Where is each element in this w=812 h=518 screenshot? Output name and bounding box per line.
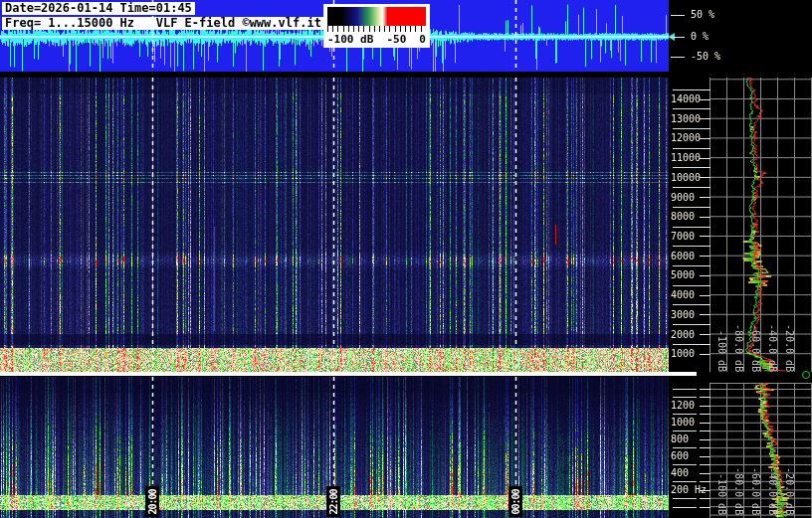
tick-stub xyxy=(700,285,710,286)
tick-minor-line xyxy=(673,246,701,247)
freq-tick-label: 12000 xyxy=(671,133,701,143)
tick-minor-line xyxy=(673,128,701,129)
tick-major-line xyxy=(702,354,710,355)
colorbar-gradient xyxy=(327,7,426,26)
header-date-time: Date=2026-01-14 Time=01:45 xyxy=(2,2,195,15)
tick-minor-line xyxy=(673,324,701,325)
tick-minor-line xyxy=(673,431,697,432)
tick-stub xyxy=(700,447,710,448)
db-label: -20.0 dB xyxy=(783,467,795,515)
freq-tick-label: 800 xyxy=(671,434,689,444)
freq-tick-label: 1200 xyxy=(671,401,695,411)
percent-tick xyxy=(671,37,685,38)
tick-stub xyxy=(700,265,710,266)
tick-minor-line xyxy=(673,148,701,149)
percent-label: 50 % xyxy=(691,10,714,20)
tick-major-line xyxy=(702,118,710,119)
colorbar-ticks xyxy=(327,26,426,32)
freq-tick-label: 400 xyxy=(671,468,689,478)
freq-tick-label: 7000 xyxy=(671,232,695,242)
tick-major-line xyxy=(702,456,710,457)
time-label-text: 00:00 xyxy=(510,489,521,514)
tick-minor-line xyxy=(673,227,701,228)
db-label: -40.0 dB xyxy=(766,324,778,372)
tick-major-line xyxy=(702,158,710,159)
tick-major-line xyxy=(702,334,710,335)
percent-tick xyxy=(671,15,685,16)
tick-stub xyxy=(700,498,710,499)
tick-major-line xyxy=(702,197,710,198)
freq-tick-label: 1000 xyxy=(671,418,695,428)
tick-minor-line xyxy=(673,265,701,266)
tick-major-line xyxy=(702,439,710,440)
tick-major-line xyxy=(702,236,710,237)
tick-major-line xyxy=(702,423,710,424)
tick-stub xyxy=(700,246,710,247)
tick-major-line xyxy=(702,406,710,407)
tick-stub xyxy=(700,128,710,129)
vlf-spectrogram-app: Date=2026-01-14 Time=01:45 Freq= 1...150… xyxy=(0,0,812,518)
tick-major-line xyxy=(702,275,710,276)
tick-major-line xyxy=(702,217,710,218)
freq-tick-label: 3000 xyxy=(671,310,695,320)
freq-tick-label: 1000 xyxy=(671,349,695,359)
freq-tick-label: 5000 xyxy=(671,270,695,280)
tick-stub xyxy=(700,507,710,508)
freq-tick-label: 4000 xyxy=(671,290,695,300)
tick-stub xyxy=(700,89,710,90)
colorbar-label-min: -100 dB xyxy=(327,33,373,46)
header-freq-range: Freq= 1...15000 Hz VLF E-field ©www.vlf.… xyxy=(2,17,324,30)
db-label: -80.0 dB xyxy=(732,324,744,372)
tick-stub xyxy=(700,389,710,390)
freq-tick-label: 10000 xyxy=(671,173,701,183)
tick-minor-line xyxy=(673,414,697,415)
tick-stub xyxy=(700,148,710,149)
freq-tick-label: 8000 xyxy=(671,212,695,222)
cursor-marker-icon xyxy=(802,371,810,379)
freq-tick-label: 2000 xyxy=(671,330,695,340)
tick-minor-line xyxy=(673,167,701,168)
tick-minor-line xyxy=(673,89,701,90)
db-label: -100 dB xyxy=(715,467,727,515)
freq-tick-label: 600 xyxy=(671,451,689,461)
tick-minor-line xyxy=(673,447,697,448)
tick-stub xyxy=(700,108,710,109)
tick-minor-line xyxy=(673,187,701,188)
time-label: 00:00 xyxy=(508,486,522,517)
db-label: -20.0 dB xyxy=(783,324,795,372)
percent-label: -50 % xyxy=(691,52,720,62)
percent-label: 0 % xyxy=(691,32,709,42)
freq-tick-label: 11000 xyxy=(671,153,701,163)
colorbar-label-mid: -50 xyxy=(386,33,406,46)
time-label-text: 22:00 xyxy=(328,489,339,514)
tick-major-line xyxy=(702,256,710,257)
tick-major-line xyxy=(702,473,710,474)
tick-stub xyxy=(700,464,710,465)
colorbar-labels: -100 dB -50 0 xyxy=(327,33,426,46)
tick-stub xyxy=(700,414,710,415)
db-label: -80.0 dB xyxy=(732,467,744,515)
tick-major-line xyxy=(702,314,710,315)
tick-stub xyxy=(700,431,710,432)
tick-stub xyxy=(700,344,710,345)
tick-major-line xyxy=(702,490,710,491)
freq-tick-label: 13000 xyxy=(671,114,701,124)
tick-minor-line xyxy=(673,344,701,345)
time-label: 22:00 xyxy=(326,486,340,517)
tick-major-line xyxy=(702,177,710,178)
tick-minor-line xyxy=(673,481,697,482)
separator-bar xyxy=(0,372,697,376)
freq-tick-label: 9000 xyxy=(671,193,695,203)
tick-stub xyxy=(700,227,710,228)
spectrogram-main xyxy=(0,78,669,372)
tick-minor-line xyxy=(673,108,701,109)
tick-stub xyxy=(700,167,710,168)
freq-tick-label: 14000 xyxy=(671,94,701,104)
tick-minor-line xyxy=(673,389,697,390)
db-label: -60.0 dB xyxy=(749,324,761,372)
tick-stub xyxy=(700,324,710,325)
db-label: -40.0 dB xyxy=(766,467,778,515)
tick-major-line xyxy=(702,138,710,139)
tick-minor-line xyxy=(673,397,697,398)
time-label-text: 20:00 xyxy=(147,489,158,514)
